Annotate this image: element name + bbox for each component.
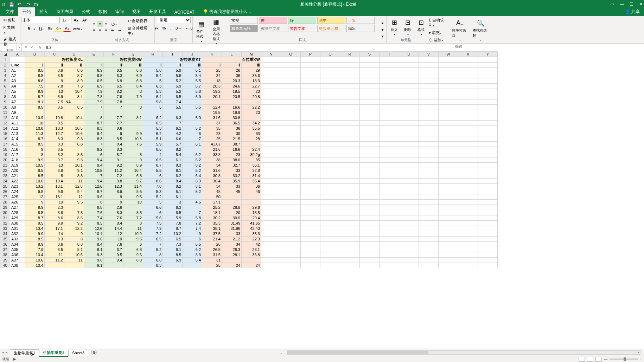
cell-K33[interactable]: 38.1 — [202, 226, 222, 231]
cell-I3[interactable]: 5.9 — [163, 68, 183, 73]
cell-G12[interactable]: 8.1 — [123, 115, 143, 121]
cell-L12[interactable]: 30.8 — [222, 115, 242, 121]
row-header-7[interactable]: 7 — [0, 89, 10, 94]
cell-L11[interactable]: 19.9 — [222, 110, 242, 115]
sheet-tab-1[interactable]: 生物学重复1 — [10, 349, 39, 356]
cell-J18[interactable] — [183, 147, 202, 152]
cell-K8[interactable]: 20.1 — [202, 94, 222, 99]
cell-J12[interactable]: 5.9 — [183, 115, 202, 121]
cell-M35[interactable]: 22.3 — [242, 237, 261, 242]
cell-J24[interactable]: 8.3 — [183, 179, 202, 184]
cell-L15[interactable]: 30 — [222, 131, 242, 136]
cell-K22[interactable]: 31.6 — [202, 168, 222, 173]
cell-L33[interactable]: 31.96 — [222, 226, 242, 231]
style-normal[interactable]: 常规 — [230, 17, 258, 24]
copy-button[interactable]: ⎘ 复制▾ — [2, 24, 18, 35]
cell-G35[interactable]: 9.5 — [123, 237, 143, 242]
cell-G15[interactable]: 9.9 — [123, 131, 143, 136]
cell-L25[interactable]: 33 — [222, 184, 242, 189]
cell-M33[interactable]: 42.43 — [242, 226, 261, 231]
cell-D18[interactable] — [64, 147, 84, 152]
cell-A13[interactable]: A11 — [10, 121, 25, 126]
row-header-14[interactable]: 14 — [0, 126, 10, 131]
cell-G32[interactable]: 8 — [123, 221, 143, 226]
align-right-icon[interactable]: ≡ — [104, 27, 109, 33]
bold-button[interactable]: B — [26, 26, 32, 32]
cell-D39[interactable]: 11 — [64, 258, 84, 263]
row-header-4[interactable]: 4 — [0, 73, 10, 78]
cell-K23[interactable]: 30.8 — [202, 173, 222, 179]
cell-A39[interactable]: A37 — [10, 258, 25, 263]
cell-A8[interactable]: A6 — [10, 94, 25, 99]
cell-H28[interactable]: 5 — [143, 200, 163, 205]
cell-F10[interactable]: 7 — [104, 105, 123, 110]
cell-B17[interactable]: 8.5 — [25, 142, 45, 147]
tab-review[interactable]: 审阅 — [111, 7, 128, 16]
cell-C37[interactable]: 8.5 — [45, 247, 64, 252]
cell-B8[interactable]: 8.7 — [25, 94, 45, 99]
cell-M40[interactable]: 24 — [242, 263, 261, 268]
cell-M16[interactable]: 28 — [242, 136, 261, 142]
style-output[interactable]: 输出 — [346, 25, 375, 32]
cell-D38[interactable]: 10.6 — [64, 252, 84, 258]
cell-M19[interactable]: 30.2g — [242, 152, 261, 157]
cell-I36[interactable]: 7.3 — [163, 242, 183, 247]
cell-E9[interactable]: 7.9 — [84, 99, 104, 105]
cell-B27[interactable]: 12 — [25, 194, 45, 200]
cell-K5[interactable]: 18 — [202, 78, 222, 84]
cell-A33[interactable]: A31 — [10, 226, 25, 231]
cell-A6[interactable]: A4 — [10, 84, 25, 89]
cell-A25[interactable]: A23 — [10, 184, 25, 189]
view-normal-icon[interactable] — [579, 357, 585, 362]
cell-F8[interactable]: 7.6 — [104, 94, 123, 99]
cell-J26[interactable]: 5.2 — [183, 189, 202, 194]
row-header-27[interactable]: 27 — [0, 194, 10, 200]
cell-D4[interactable]: 8.7 — [64, 73, 84, 78]
cell-G13[interactable] — [123, 121, 143, 126]
cell-G21[interactable]: 8.9 — [123, 163, 143, 168]
cell-F23[interactable]: 7.2 — [104, 173, 123, 179]
cell-E29[interactable]: 8.8 — [84, 205, 104, 210]
cell-M28[interactable] — [242, 200, 261, 205]
increase-font-icon[interactable]: A▴ — [72, 17, 80, 23]
cell-M18[interactable]: 22.4 — [242, 147, 261, 152]
cell-F7[interactable]: 8.2 — [104, 89, 123, 94]
cell-L3[interactable]: 28 — [222, 68, 242, 73]
cell-J6[interactable]: 6.7 — [183, 84, 202, 89]
col-header-D[interactable]: D — [64, 52, 84, 57]
cell-K25[interactable]: 34 — [202, 184, 222, 189]
cell-K15[interactable]: 23 — [202, 131, 222, 136]
cell-I15[interactable]: 4.2 — [163, 131, 183, 136]
cell-A5[interactable]: A3 — [10, 78, 25, 84]
cell-E17[interactable]: 7 — [84, 142, 104, 147]
cell-F29[interactable]: 2.8 — [104, 205, 123, 210]
cell-A9[interactable]: A7 — [10, 99, 25, 105]
cell-J14[interactable]: 5.2 — [183, 126, 202, 131]
cell-E20[interactable]: 9.4 — [84, 157, 104, 163]
row-header-12[interactable]: 12 — [0, 115, 10, 121]
cell-M4[interactable]: 35.6 — [242, 73, 261, 78]
cell-E3[interactable]: 6.9 — [84, 68, 104, 73]
increase-decimal-icon[interactable]: .0→ — [173, 25, 183, 31]
row-header-6[interactable]: 6 — [0, 84, 10, 89]
cell-M11[interactable]: 20 — [242, 110, 261, 115]
cell-G7[interactable]: 8 — [123, 89, 143, 94]
cell-K17[interactable]: 41.67 — [202, 142, 222, 147]
tab-formulas[interactable]: 公式 — [77, 7, 94, 16]
cell-I35[interactable]: 6.5 — [163, 237, 183, 242]
cell-C32[interactable]: 9.9 — [45, 221, 64, 226]
cell-C5[interactable]: 9 — [45, 78, 64, 84]
cell-B35[interactable]: 8.5 — [25, 237, 45, 242]
cell-L35[interactable]: 21.2 — [222, 237, 242, 242]
minimize-icon[interactable]: — — [620, 2, 624, 7]
cell-L40[interactable]: 24 — [222, 263, 242, 268]
cell-I38[interactable]: 8.5 — [163, 252, 183, 258]
cell-I16[interactable]: 6.6 — [163, 136, 183, 142]
tab-view[interactable]: 视图 — [128, 7, 145, 16]
cell-B6[interactable]: 7.5 — [25, 84, 45, 89]
border-button[interactable]: ⊞▾ — [46, 26, 54, 32]
cell-L24[interactable]: 35.9 — [222, 179, 242, 184]
cell-H8[interactable]: 6.4 — [143, 94, 163, 99]
cell-F6[interactable]: 6.5 — [104, 84, 123, 89]
cell-C30[interactable]: 8.8 — [45, 210, 64, 215]
